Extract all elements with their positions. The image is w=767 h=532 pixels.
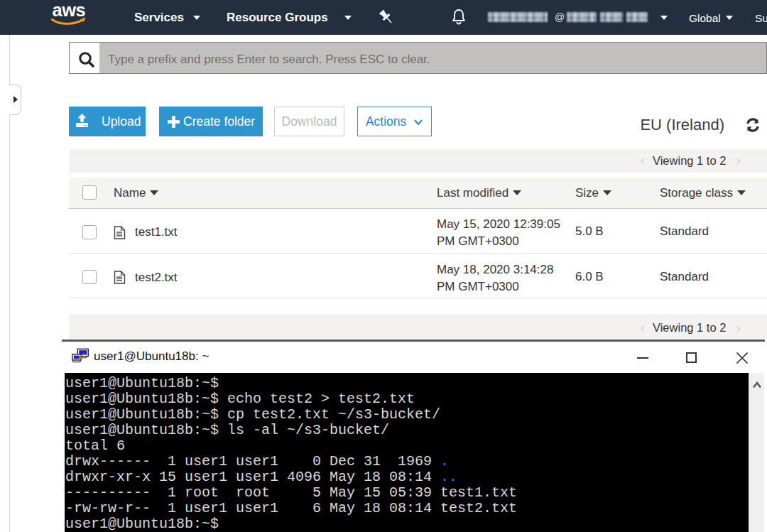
svg-text:aws: aws bbox=[53, 0, 86, 20]
